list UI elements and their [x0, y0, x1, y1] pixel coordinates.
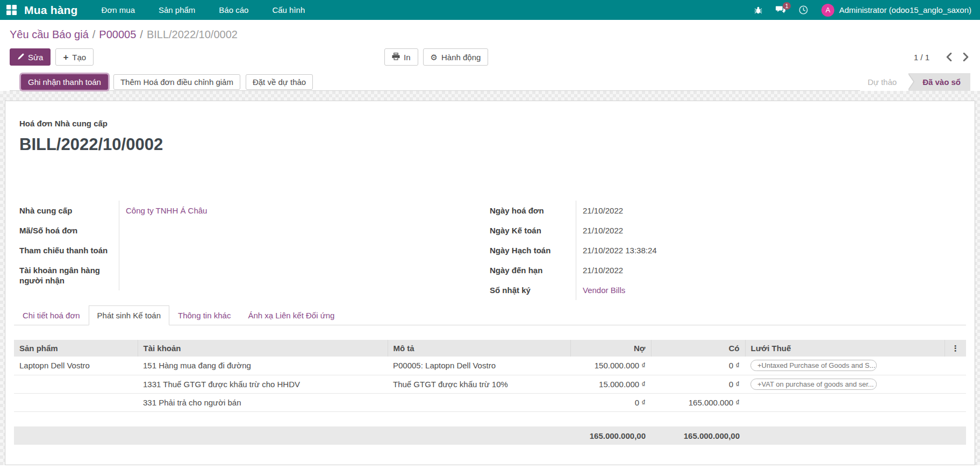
printer-icon [392, 53, 400, 62]
field-label-bill-date: Ngày hoá đơn [490, 201, 576, 220]
nav-item-reporting[interactable]: Báo cáo [219, 5, 248, 15]
field-group-right: Ngày hoá đơn 21/10/2022 Ngày Kế toán 21/… [490, 201, 866, 300]
field-value-vendor: Công ty TNHH Á Châu [119, 201, 490, 220]
col-header-credit[interactable]: Có [651, 340, 745, 357]
notification-badge: 1 [783, 2, 791, 10]
action-button[interactable]: ⚙ Hành động [423, 48, 489, 66]
table-row[interactable]: 331 Phải trả cho người bán 0 ₫ 165.000.0… [14, 393, 966, 411]
statusbar: Ghi nhận thanh toán Thêm Hoá đơn điều ch… [10, 73, 970, 91]
tab-journal-items[interactable]: Phát sinh Kế toán [89, 305, 169, 325]
control-panel: Yêu cầu Báo giá/P00005/BILL/2022/10/0002… [0, 20, 980, 91]
field-value-recipient-bank[interactable] [119, 260, 490, 290]
tab-reconciliation[interactable]: Ánh xạ Liên kết Đối ứng [239, 305, 343, 325]
pager-next-icon[interactable] [961, 52, 970, 62]
field-value-payment-reference[interactable] [119, 240, 490, 260]
create-button[interactable]: + Tạo [55, 48, 94, 66]
status-step-posted[interactable]: Đã vào sổ [909, 73, 970, 91]
field-value-bill-date[interactable]: 21/10/2022 [576, 201, 866, 220]
user-name: Administrator (odoo15_anglo_saxon) [839, 5, 971, 15]
cell-debit[interactable]: 0 ₫ [570, 393, 651, 411]
cell-account[interactable]: 1331 Thuế GTGT được khấu trừ cho HHDV [138, 375, 388, 393]
tax-grid-pill[interactable]: +Untaxed Purchase of Goods and S... [750, 360, 877, 371]
cell-description[interactable]: Thuế GTGT được khấu trừ 10% [388, 375, 570, 393]
status-step-draft[interactable]: Dự thảo [860, 73, 909, 91]
field-label-journal: Sổ nhật ký [490, 280, 576, 300]
register-payment-button[interactable]: Ghi nhận thanh toán [21, 74, 108, 90]
col-header-debit[interactable]: Nợ [570, 340, 651, 357]
column-options-icon[interactable]: ⋮ [945, 340, 966, 357]
cell-description[interactable] [388, 393, 570, 411]
document-type-label: Hoá đơn Nhà cung cấp [14, 119, 966, 128]
edit-button[interactable]: Sửa [10, 48, 51, 66]
activities-clock-icon[interactable] [799, 5, 808, 15]
cell-debit[interactable]: 150.000.000 ₫ [570, 357, 651, 375]
form-view-background: Hoá đơn Nhà cung cấp BILL/2022/10/0002 N… [0, 91, 980, 465]
cell-debit[interactable]: 15.000.000 ₫ [570, 375, 651, 393]
field-label-recipient-bank: Tài khoản ngân hàng người nhận [19, 260, 119, 290]
tax-grid-pill[interactable]: +VAT on purchase of goods and ser... [750, 379, 877, 390]
debug-bug-icon[interactable] [754, 6, 762, 15]
apps-menu-icon[interactable] [6, 5, 17, 15]
field-group-left: Nhà cung cấp Công ty TNHH Á Châu Mã/Số h… [14, 201, 490, 300]
breadcrumb-link-rfq[interactable]: Yêu cầu Báo giá [10, 29, 89, 40]
nav-menu: Đơn mua Sản phẩm Báo cáo Cấu hình [102, 5, 305, 15]
tab-other-info[interactable]: Thông tin khác [169, 305, 239, 325]
field-label-vendor: Nhà cung cấp [19, 201, 119, 220]
cell-tax-grid [745, 393, 945, 411]
field-value-bill-reference[interactable] [119, 220, 490, 240]
user-menu[interactable]: A Administrator (odoo15_anglo_saxon) [821, 4, 971, 17]
app-name[interactable]: Mua hàng [24, 4, 78, 17]
field-value-accounting-date[interactable]: 21/10/2022 [576, 220, 866, 240]
field-label-bill-reference: Mã/Số hoá đơn [19, 220, 119, 240]
vendor-link[interactable]: Công ty TNHH Á Châu [126, 206, 207, 215]
field-value-posting-date[interactable]: 21/10/2022 13:38:24 [576, 240, 866, 260]
breadcrumb-separator: / [136, 29, 147, 40]
reset-to-draft-button[interactable]: Đặt về dự thảo [246, 74, 313, 90]
cell-credit[interactable]: 0 ₫ [651, 357, 745, 375]
nav-item-products[interactable]: Sản phẩm [159, 5, 195, 15]
cell-product[interactable] [14, 393, 138, 411]
avatar: A [821, 4, 834, 17]
cell-account[interactable]: 331 Phải trả cho người bán [138, 393, 388, 411]
add-credit-note-button[interactable]: Thêm Hoá đơn điều chỉnh giảm [113, 74, 240, 90]
table-spacer-row [14, 411, 966, 426]
table-row[interactable]: 1331 Thuế GTGT được khấu trừ cho HHDV Th… [14, 375, 966, 393]
cell-product[interactable] [14, 375, 138, 393]
plus-icon: + [63, 53, 68, 62]
pager-prev-icon[interactable] [945, 52, 954, 62]
field-value-due-date[interactable]: 21/10/2022 [576, 260, 866, 280]
breadcrumb: Yêu cầu Báo giá/P00005/BILL/2022/10/0002 [10, 27, 970, 41]
cell-credit[interactable]: 0 ₫ [651, 375, 745, 393]
pager-count: 1 / 1 [914, 53, 937, 62]
pager: 1 / 1 [914, 52, 970, 62]
print-button[interactable]: In [384, 48, 418, 66]
messages-icon[interactable]: 1 [776, 6, 785, 14]
col-header-account[interactable]: Tài khoản [138, 340, 388, 357]
breadcrumb-link-po[interactable]: P00005 [99, 29, 136, 40]
field-value-journal: Vendor Bills [576, 280, 866, 300]
breadcrumb-separator: / [89, 29, 99, 40]
cell-tax-grid: +Untaxed Purchase of Goods and S... [745, 357, 945, 375]
totals-row: 165.000.000,00 165.000.000,00 [14, 426, 966, 445]
control-buttons-row: Sửa + Tạo In ⚙ Hành động [10, 48, 970, 66]
total-credit: 165.000.000,00 [651, 426, 745, 445]
cell-description[interactable]: P00005: Laptopn Dell Vostro [388, 357, 570, 375]
cell-product[interactable]: Laptopn Dell Vostro [14, 357, 138, 375]
col-header-description[interactable]: Mô tả [388, 340, 570, 357]
col-header-tax-grids[interactable]: Lưới Thuế [745, 340, 945, 357]
journal-items-table: Sản phẩm Tài khoản Mô tả Nợ Có Lưới Thuế… [14, 340, 966, 445]
col-header-product[interactable]: Sản phẩm [14, 340, 138, 357]
table-row[interactable]: Laptopn Dell Vostro 151 Hàng mua đang đi… [14, 357, 966, 375]
journal-link[interactable]: Vendor Bills [583, 286, 625, 295]
nav-item-configuration[interactable]: Cấu hình [272, 5, 305, 15]
nav-item-purchase-orders[interactable]: Đơn mua [102, 5, 135, 15]
tab-invoice-lines[interactable]: Chi tiết hoá đơn [14, 305, 89, 325]
status-steps: Dự thảo Đã vào sổ [860, 73, 970, 91]
cell-tax-grid: +VAT on purchase of goods and ser... [745, 375, 945, 393]
field-groups: Nhà cung cấp Công ty TNHH Á Châu Mã/Số h… [14, 201, 966, 300]
breadcrumb-current: BILL/2022/10/0002 [147, 29, 238, 40]
field-label-due-date: Ngày đến hạn [490, 260, 576, 280]
cell-account[interactable]: 151 Hàng mua đang đi đường [138, 357, 388, 375]
field-label-accounting-date: Ngày Kế toán [490, 220, 576, 240]
cell-credit[interactable]: 165.000.000 ₫ [651, 393, 745, 411]
